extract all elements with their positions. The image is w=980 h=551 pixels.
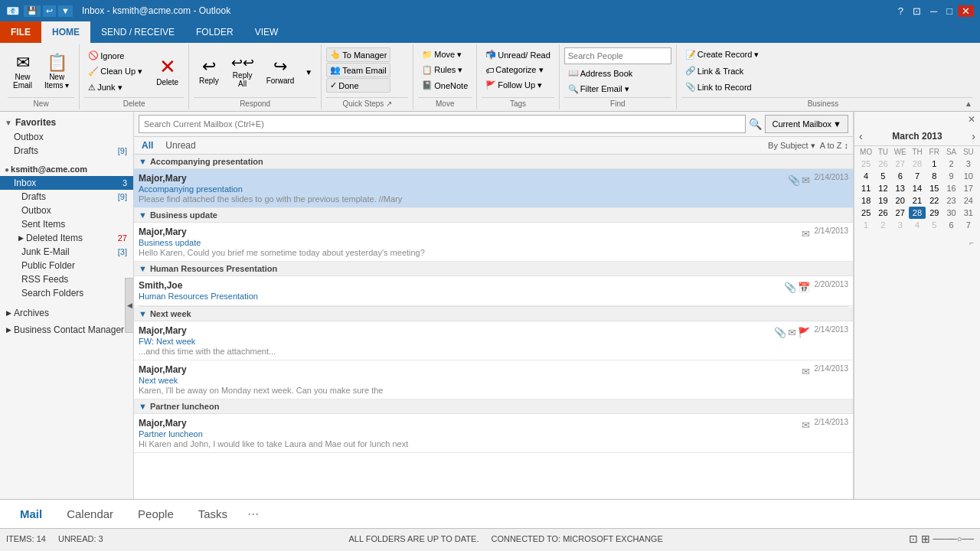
cal-day-23[interactable]: 23 — [942, 194, 959, 207]
tab-view[interactable]: VIEW — [244, 21, 289, 43]
cal-day-18[interactable]: 18 — [858, 194, 874, 207]
tab-folder[interactable]: FOLDER — [185, 21, 244, 43]
sidebar-item-sent-items[interactable]: Sent Items — [0, 217, 133, 231]
sidebar-item-outbox-fav[interactable]: Outbox — [0, 130, 133, 144]
group-header-business-update[interactable]: ▼ Business update — [134, 208, 853, 223]
onenote-button[interactable]: 📓 OneNote — [418, 78, 472, 93]
team-email-button[interactable]: 👥 Team Email — [326, 63, 390, 77]
email-item-6[interactable]: Major,Mary Partner luncheon Hi Karen and… — [134, 414, 853, 453]
reply-button[interactable]: ↩ Reply — [194, 55, 224, 88]
clean-up-button[interactable]: 🧹 Clean Up ▾ — [84, 64, 146, 79]
cal-day-30[interactable]: 30 — [942, 207, 959, 219]
cal-day-27[interactable]: 27 — [892, 207, 909, 219]
cal-day-6-apr[interactable]: 6 — [942, 219, 959, 231]
move-button[interactable]: 📁 Move ▾ — [418, 47, 466, 62]
tab-home[interactable]: HOME — [41, 21, 90, 43]
cal-day-13[interactable]: 13 — [892, 182, 909, 194]
cal-day-19[interactable]: 19 — [874, 194, 891, 207]
cal-day-9[interactable]: 9 — [942, 170, 959, 182]
delete-button[interactable]: ✕ Delete — [151, 54, 184, 90]
sidebar-item-bcm[interactable]: ▶ Business Contact Manager — [0, 323, 133, 337]
cal-day-3-apr[interactable]: 3 — [892, 219, 909, 231]
ignore-button[interactable]: 🚫 Ignore — [84, 48, 146, 63]
cal-day-8[interactable]: 8 — [926, 170, 942, 182]
sidebar-item-deleted-items[interactable]: ▶ Deleted Items 27 — [0, 231, 133, 245]
rules-button[interactable]: 📋 Rules ▾ — [418, 63, 466, 77]
categorize-button[interactable]: 🏷 Categorize ▾ — [482, 63, 547, 77]
cal-day-25-feb[interactable]: 25 — [858, 158, 874, 170]
sidebar-item-outbox[interactable]: Outbox — [0, 204, 133, 217]
email-item-1[interactable]: Major,Mary Accompanying presentation Ple… — [134, 169, 853, 208]
status-view-icon-2[interactable]: ⊞ — [921, 533, 930, 545]
cal-day-2[interactable]: 2 — [942, 158, 959, 170]
new-email-button[interactable]: ✉ NewEmail — [8, 51, 38, 93]
done-button[interactable]: ✓ Done — [326, 78, 390, 93]
cal-day-24[interactable]: 24 — [960, 194, 977, 207]
tab-unread[interactable]: Unread — [162, 139, 198, 152]
maximize-btn[interactable]: □ — [942, 5, 956, 17]
email-item-2[interactable]: Major,Mary Business update Hello Karen, … — [134, 223, 853, 262]
cal-day-20[interactable]: 20 — [892, 194, 909, 207]
cal-day-2-apr[interactable]: 2 — [874, 219, 891, 231]
search-people-input[interactable] — [564, 47, 671, 64]
group-header-next-week[interactable]: ▼ Next week — [134, 307, 853, 321]
address-book-button[interactable]: 📖 Address Book — [564, 66, 671, 80]
group-header-partner[interactable]: ▼ Partner luncheon — [134, 399, 853, 414]
sidebar-item-drafts[interactable]: Drafts [9] — [0, 190, 133, 204]
follow-up-button[interactable]: 🚩 Follow Up ▾ — [482, 78, 546, 93]
close-btn[interactable]: ✕ — [958, 5, 974, 17]
cal-day-1-apr[interactable]: 1 — [858, 219, 874, 231]
tab-all[interactable]: All — [139, 139, 156, 152]
cal-day-21[interactable]: 21 — [909, 194, 926, 207]
sidebar-item-search-folders[interactable]: Search Folders — [0, 286, 133, 300]
sidebar-item-public-folder[interactable]: Public Folder — [0, 259, 133, 272]
cal-day-5-apr[interactable]: 5 — [926, 219, 942, 231]
cal-day-15[interactable]: 15 — [926, 182, 942, 194]
status-view-icon-1[interactable]: ⊡ — [909, 533, 918, 545]
cal-day-27-feb[interactable]: 27 — [892, 158, 909, 170]
account-header[interactable]: ● ksmith@acme.com — [0, 162, 133, 176]
minimize-btn[interactable]: ─ — [926, 5, 941, 17]
cal-day-28-today[interactable]: 28 — [909, 207, 926, 219]
restore-btn[interactable]: ⊡ — [909, 5, 925, 17]
to-manager-button[interactable]: 👆 To Manager — [326, 47, 390, 62]
nav-item-people[interactable]: People — [127, 504, 185, 523]
cal-day-11[interactable]: 11 — [858, 182, 874, 194]
calendar-close-btn[interactable]: ✕ — [965, 113, 978, 126]
junk-button[interactable]: ⚠ Junk ▾ — [84, 80, 146, 95]
cal-day-16[interactable]: 16 — [942, 182, 959, 194]
cal-day-4-apr[interactable]: 4 — [909, 219, 926, 231]
forward-button[interactable]: ↪ Forward — [261, 55, 300, 88]
cal-day-26-feb[interactable]: 26 — [874, 158, 891, 170]
sort-by-label[interactable]: By Subject ▾ — [768, 141, 815, 151]
email-item-4[interactable]: Major,Mary FW: Next week ...and this tim… — [134, 321, 853, 360]
calendar-prev-btn[interactable]: ‹ — [859, 130, 863, 142]
sidebar-item-inbox[interactable]: Inbox 3 — [0, 176, 133, 190]
more-respond-button[interactable]: ▼ — [301, 66, 316, 79]
cal-day-26[interactable]: 26 — [874, 207, 891, 219]
business-collapse[interactable]: ▲ — [965, 99, 972, 108]
quick-access-dropdown[interactable]: ▼ — [58, 5, 73, 17]
link-to-record-button[interactable]: 📎 Link to Record — [681, 80, 763, 94]
scope-button[interactable]: Current Mailbox ▼ — [765, 115, 848, 133]
filter-email-button[interactable]: 🔍 Filter Email ▾ — [564, 82, 671, 96]
cal-day-22[interactable]: 22 — [926, 194, 942, 207]
group-header-accompanying[interactable]: ▼ Accompanying presentation — [134, 155, 853, 169]
calendar-next-btn[interactable]: › — [972, 130, 975, 142]
nav-item-mail[interactable]: Mail — [9, 504, 53, 523]
quick-steps-expand[interactable]: ↗ — [386, 99, 392, 108]
cal-day-14[interactable]: 14 — [909, 182, 926, 194]
cal-day-31[interactable]: 31 — [960, 207, 977, 219]
undo-icon[interactable]: ↩ — [43, 5, 56, 17]
sort-order-label[interactable]: A to Z ↕ — [820, 141, 848, 150]
favorites-header[interactable]: ▼ Favorites — [0, 115, 133, 130]
tab-send-receive[interactable]: SEND / RECEIVE — [90, 21, 185, 43]
nav-item-calendar[interactable]: Calendar — [56, 504, 124, 523]
cal-day-7[interactable]: 7 — [909, 170, 926, 182]
quick-save-icon[interactable]: 💾 — [24, 5, 41, 17]
cal-day-12[interactable]: 12 — [874, 182, 891, 194]
sidebar-item-junk-email[interactable]: Junk E-Mail [3] — [0, 245, 133, 259]
tab-file[interactable]: FILE — [0, 21, 41, 43]
sidebar-item-archives[interactable]: ▶ Archives — [0, 306, 133, 320]
sidebar-collapse-btn[interactable]: ◀ — [125, 278, 134, 333]
